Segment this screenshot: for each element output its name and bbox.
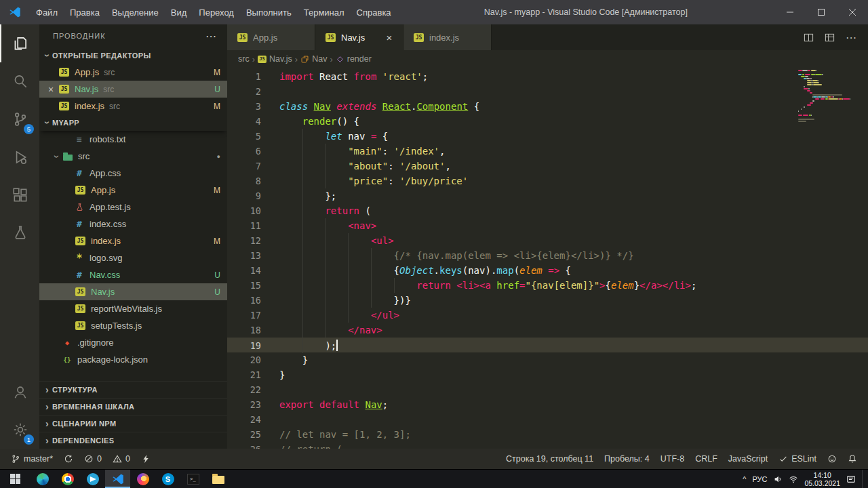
breadcrumb-item-src[interactable]: src xyxy=(238,54,250,64)
activity-testing[interactable] xyxy=(0,214,39,252)
status-cursor-position[interactable]: Строка 19, столбец 11 xyxy=(500,449,599,469)
sidebar-section-временная-шкала[interactable]: ›ВРЕМЕННАЯ ШКАЛА xyxy=(39,398,227,415)
tree-item-package-lock-json[interactable]: {}package-lock.json xyxy=(39,351,227,368)
code-line-2[interactable]: 2 xyxy=(227,84,868,99)
breadcrumb-item-nav-js[interactable]: JSNav.js xyxy=(258,54,292,64)
sidebar-section-сценарии-npm[interactable]: ›СЦЕНАРИИ NPM xyxy=(39,415,227,432)
code-line-24[interactable]: 24 xyxy=(227,412,868,427)
activity-source-control[interactable]: 5 xyxy=(0,100,39,138)
tree-item-app-js[interactable]: JSApp.jsM xyxy=(39,182,227,199)
code-line-16[interactable]: 16 })} xyxy=(227,293,868,308)
language-indicator[interactable]: РУС xyxy=(752,475,767,483)
tab-app-js[interactable]: JSApp.js xyxy=(227,24,315,50)
code-line-21[interactable]: 21} xyxy=(227,367,868,382)
tree-item-app-css[interactable]: #App.css xyxy=(39,165,227,182)
menu-item-правка[interactable]: Правка xyxy=(64,0,106,24)
menu-item-справка[interactable]: Справка xyxy=(351,0,397,24)
code-line-8[interactable]: 8 "price": '/buy/price' xyxy=(227,174,868,188)
tree-item-index-js[interactable]: JSindex.jsM xyxy=(39,232,227,249)
taskbar-app-skype[interactable]: S xyxy=(155,470,180,488)
more-actions-icon[interactable]: ⋯ xyxy=(846,31,857,44)
status-quick-action[interactable] xyxy=(136,449,156,469)
menu-item-файл[interactable]: Файл xyxy=(30,0,64,24)
activity-accounts[interactable] xyxy=(0,373,39,411)
code-line-19[interactable]: 19 ); xyxy=(227,338,868,352)
activity-explorer[interactable] xyxy=(0,24,39,62)
status-language-mode[interactable]: JavaScript xyxy=(723,449,773,469)
taskbar-app-chrome[interactable] xyxy=(55,470,80,488)
code-line-9[interactable]: 9 }; xyxy=(227,188,868,203)
code-line-10[interactable]: 10 return ( xyxy=(227,203,868,218)
code-line-12[interactable]: 12 <ul> xyxy=(227,233,868,248)
taskbar-app-terminal[interactable]: >_ xyxy=(180,470,205,488)
code-line-25[interactable]: 25// let nav = [1, 2, 3]; xyxy=(227,427,868,442)
editor-layout-icon[interactable] xyxy=(825,33,835,43)
status-feedback[interactable] xyxy=(822,449,842,469)
open-editors-header[interactable]: › ОТКРЫТЫЕ РЕДАКТОРЫ xyxy=(39,47,227,64)
menu-item-выполнить[interactable]: Выполнить xyxy=(240,0,298,24)
menu-item-вид[interactable]: Вид xyxy=(165,0,193,24)
menu-item-переход[interactable]: Переход xyxy=(193,0,240,24)
open-editor-nav-js[interactable]: ×JSNav.jssrcU xyxy=(39,81,227,98)
status-eslint[interactable]: ESLint xyxy=(773,449,822,469)
tab-index-js[interactable]: JSindex.js xyxy=(403,24,492,50)
menu-item-терминал[interactable]: Терминал xyxy=(298,0,351,24)
status-warnings[interactable]: 0 xyxy=(107,449,136,469)
code-line-4[interactable]: 4 render() { xyxy=(227,114,868,129)
tree-item--gitignore[interactable]: ◆.gitignore xyxy=(39,334,227,351)
taskbar-app-vscode[interactable] xyxy=(105,470,130,488)
tree-item-app-test-js[interactable]: App.test.js xyxy=(39,199,227,216)
status-encoding[interactable]: UTF-8 xyxy=(655,449,690,469)
code-line-23[interactable]: 23export default Nav; xyxy=(227,397,868,412)
status-indentation[interactable]: Пробелы: 4 xyxy=(599,449,655,469)
code-line-14[interactable]: 14 {Object.keys(nav).map(elem => { xyxy=(227,263,868,278)
more-actions-icon[interactable]: ⋯ xyxy=(205,30,218,43)
tree-item-src[interactable]: ›src● xyxy=(39,148,227,165)
status-notifications[interactable] xyxy=(842,449,863,469)
status-git-branch[interactable]: master* xyxy=(5,449,58,469)
maximize-button[interactable] xyxy=(806,0,837,24)
breadcrumb-item-nav[interactable]: Nav xyxy=(300,54,327,64)
activity-run-debug[interactable] xyxy=(0,138,39,176)
tree-item-nav-css[interactable]: #Nav.cssU xyxy=(39,266,227,283)
start-button[interactable] xyxy=(0,470,30,488)
code-line-17[interactable]: 17 </ul> xyxy=(227,308,868,323)
open-editor-index-js[interactable]: JSindex.jssrcM xyxy=(39,98,227,115)
sidebar-section-структура[interactable]: ›СТРУКТУРА xyxy=(39,381,227,398)
close-icon[interactable]: × xyxy=(45,84,57,95)
tree-item-logo-svg[interactable]: *logo.svg xyxy=(39,249,227,266)
code-line-13[interactable]: 13 {/* {nav.map(elem => <li>{elem}</li>)… xyxy=(227,248,868,263)
code-editor[interactable]: 1import React from 'react';23class Nav e… xyxy=(227,68,868,449)
tray-expand-icon[interactable]: ^ xyxy=(743,475,746,483)
tab-nav-js[interactable]: JSNav.js× xyxy=(315,24,403,50)
close-button[interactable] xyxy=(837,0,868,24)
show-desktop-button[interactable] xyxy=(862,470,865,488)
minimize-button[interactable] xyxy=(774,0,806,24)
volume-icon[interactable] xyxy=(773,474,783,484)
notification-center-icon[interactable] xyxy=(846,474,856,484)
code-line-5[interactable]: 5 let nav = { xyxy=(227,129,868,144)
taskbar-app-firefox[interactable] xyxy=(130,470,155,488)
code-line-11[interactable]: 11 <nav> xyxy=(227,218,868,233)
sidebar-section-dependencies[interactable]: ›DEPENDENCIES xyxy=(39,432,227,449)
taskbar-clock[interactable]: 14:10 05.03.2021 xyxy=(804,471,840,487)
tree-item-index-css[interactable]: #index.css xyxy=(39,216,227,232)
code-line-20[interactable]: 20 } xyxy=(227,352,868,367)
tree-item-reportwebvitals-js[interactable]: JSreportWebVitals.js xyxy=(39,300,227,317)
taskbar-app-edge[interactable] xyxy=(30,470,55,488)
activity-search[interactable] xyxy=(0,62,39,100)
tree-item-robots-txt[interactable]: ≡robots.txt xyxy=(39,131,227,148)
activity-settings[interactable]: 1 xyxy=(0,411,39,449)
status-errors[interactable]: 0 xyxy=(79,449,107,469)
tree-item-nav-js[interactable]: JSNav.jsU xyxy=(39,283,227,300)
code-line-18[interactable]: 18 </nav> xyxy=(227,323,868,338)
split-editor-icon[interactable] xyxy=(804,33,814,43)
activity-extensions[interactable] xyxy=(0,176,39,214)
code-line-6[interactable]: 6 "main": '/index', xyxy=(227,144,868,159)
tree-item-setuptests-js[interactable]: JSsetupTests.js xyxy=(39,317,227,334)
code-line-22[interactable]: 22 xyxy=(227,382,868,397)
minimap[interactable] xyxy=(798,70,866,123)
status-eol[interactable]: CRLF xyxy=(690,449,723,469)
taskbar-app-explorer[interactable] xyxy=(205,470,231,488)
taskbar-app-telegram[interactable] xyxy=(80,470,105,488)
